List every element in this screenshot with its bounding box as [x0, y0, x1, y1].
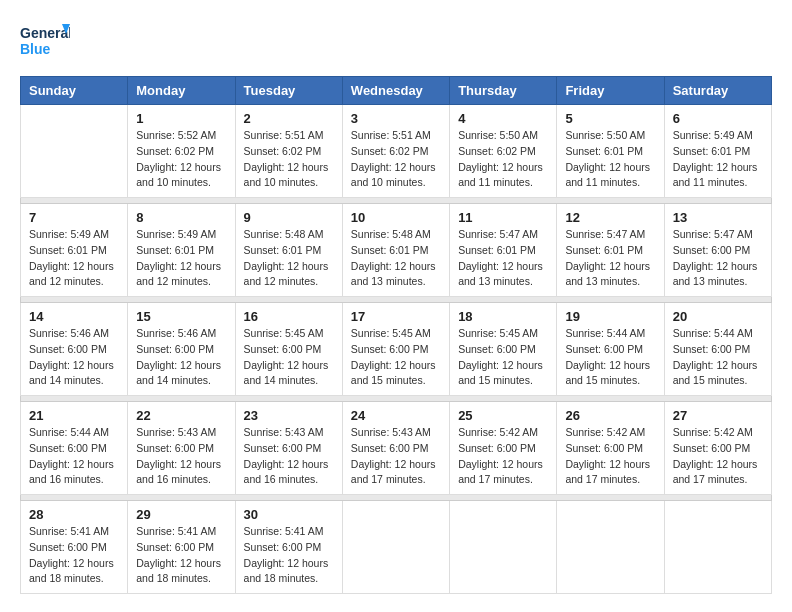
day-number: 15 [136, 309, 226, 324]
day-info: Sunrise: 5:51 AMSunset: 6:02 PMDaylight:… [244, 128, 334, 191]
col-header-sunday: Sunday [21, 77, 128, 105]
week-row-3: 14Sunrise: 5:46 AMSunset: 6:00 PMDayligh… [21, 303, 772, 396]
cell-w3-d2: 16Sunrise: 5:45 AMSunset: 6:00 PMDayligh… [235, 303, 342, 396]
day-number: 29 [136, 507, 226, 522]
day-number: 17 [351, 309, 441, 324]
logo-svg: General Blue [20, 20, 70, 66]
day-number: 2 [244, 111, 334, 126]
day-info: Sunrise: 5:51 AMSunset: 6:02 PMDaylight:… [351, 128, 441, 191]
page-header: General Blue [20, 20, 772, 66]
cell-w2-d4: 11Sunrise: 5:47 AMSunset: 6:01 PMDayligh… [450, 204, 557, 297]
cell-w3-d1: 15Sunrise: 5:46 AMSunset: 6:00 PMDayligh… [128, 303, 235, 396]
cell-w1-d6: 6Sunrise: 5:49 AMSunset: 6:01 PMDaylight… [664, 105, 771, 198]
logo: General Blue [20, 20, 70, 66]
day-info: Sunrise: 5:50 AMSunset: 6:02 PMDaylight:… [458, 128, 548, 191]
day-info: Sunrise: 5:42 AMSunset: 6:00 PMDaylight:… [565, 425, 655, 488]
cell-w2-d0: 7Sunrise: 5:49 AMSunset: 6:01 PMDaylight… [21, 204, 128, 297]
day-number: 11 [458, 210, 548, 225]
cell-w3-d4: 18Sunrise: 5:45 AMSunset: 6:00 PMDayligh… [450, 303, 557, 396]
calendar-table: SundayMondayTuesdayWednesdayThursdayFrid… [20, 76, 772, 594]
cell-w5-d5 [557, 501, 664, 594]
day-info: Sunrise: 5:41 AMSunset: 6:00 PMDaylight:… [29, 524, 119, 587]
cell-w4-d5: 26Sunrise: 5:42 AMSunset: 6:00 PMDayligh… [557, 402, 664, 495]
day-number: 7 [29, 210, 119, 225]
svg-text:General: General [20, 25, 70, 41]
day-info: Sunrise: 5:46 AMSunset: 6:00 PMDaylight:… [29, 326, 119, 389]
week-row-4: 21Sunrise: 5:44 AMSunset: 6:00 PMDayligh… [21, 402, 772, 495]
col-header-monday: Monday [128, 77, 235, 105]
calendar-header-row: SundayMondayTuesdayWednesdayThursdayFrid… [21, 77, 772, 105]
day-number: 10 [351, 210, 441, 225]
day-info: Sunrise: 5:42 AMSunset: 6:00 PMDaylight:… [673, 425, 763, 488]
day-number: 14 [29, 309, 119, 324]
week-row-2: 7Sunrise: 5:49 AMSunset: 6:01 PMDaylight… [21, 204, 772, 297]
day-info: Sunrise: 5:45 AMSunset: 6:00 PMDaylight:… [244, 326, 334, 389]
cell-w1-d3: 3Sunrise: 5:51 AMSunset: 6:02 PMDaylight… [342, 105, 449, 198]
day-info: Sunrise: 5:48 AMSunset: 6:01 PMDaylight:… [244, 227, 334, 290]
week-row-1: 1Sunrise: 5:52 AMSunset: 6:02 PMDaylight… [21, 105, 772, 198]
day-info: Sunrise: 5:43 AMSunset: 6:00 PMDaylight:… [351, 425, 441, 488]
day-info: Sunrise: 5:44 AMSunset: 6:00 PMDaylight:… [29, 425, 119, 488]
day-info: Sunrise: 5:49 AMSunset: 6:01 PMDaylight:… [136, 227, 226, 290]
svg-text:Blue: Blue [20, 41, 51, 57]
cell-w2-d5: 12Sunrise: 5:47 AMSunset: 6:01 PMDayligh… [557, 204, 664, 297]
day-number: 20 [673, 309, 763, 324]
day-number: 16 [244, 309, 334, 324]
day-number: 5 [565, 111, 655, 126]
day-info: Sunrise: 5:42 AMSunset: 6:00 PMDaylight:… [458, 425, 548, 488]
day-info: Sunrise: 5:50 AMSunset: 6:01 PMDaylight:… [565, 128, 655, 191]
cell-w1-d2: 2Sunrise: 5:51 AMSunset: 6:02 PMDaylight… [235, 105, 342, 198]
day-number: 8 [136, 210, 226, 225]
cell-w2-d2: 9Sunrise: 5:48 AMSunset: 6:01 PMDaylight… [235, 204, 342, 297]
cell-w5-d1: 29Sunrise: 5:41 AMSunset: 6:00 PMDayligh… [128, 501, 235, 594]
cell-w3-d3: 17Sunrise: 5:45 AMSunset: 6:00 PMDayligh… [342, 303, 449, 396]
cell-w5-d0: 28Sunrise: 5:41 AMSunset: 6:00 PMDayligh… [21, 501, 128, 594]
day-number: 23 [244, 408, 334, 423]
cell-w1-d4: 4Sunrise: 5:50 AMSunset: 6:02 PMDaylight… [450, 105, 557, 198]
day-info: Sunrise: 5:52 AMSunset: 6:02 PMDaylight:… [136, 128, 226, 191]
day-info: Sunrise: 5:47 AMSunset: 6:01 PMDaylight:… [458, 227, 548, 290]
col-header-saturday: Saturday [664, 77, 771, 105]
day-number: 9 [244, 210, 334, 225]
day-number: 24 [351, 408, 441, 423]
day-number: 21 [29, 408, 119, 423]
day-number: 6 [673, 111, 763, 126]
cell-w2-d3: 10Sunrise: 5:48 AMSunset: 6:01 PMDayligh… [342, 204, 449, 297]
day-number: 22 [136, 408, 226, 423]
col-header-tuesday: Tuesday [235, 77, 342, 105]
day-info: Sunrise: 5:41 AMSunset: 6:00 PMDaylight:… [244, 524, 334, 587]
day-info: Sunrise: 5:47 AMSunset: 6:00 PMDaylight:… [673, 227, 763, 290]
cell-w4-d4: 25Sunrise: 5:42 AMSunset: 6:00 PMDayligh… [450, 402, 557, 495]
cell-w2-d6: 13Sunrise: 5:47 AMSunset: 6:00 PMDayligh… [664, 204, 771, 297]
cell-w4-d6: 27Sunrise: 5:42 AMSunset: 6:00 PMDayligh… [664, 402, 771, 495]
day-info: Sunrise: 5:44 AMSunset: 6:00 PMDaylight:… [565, 326, 655, 389]
day-number: 27 [673, 408, 763, 423]
week-row-5: 28Sunrise: 5:41 AMSunset: 6:00 PMDayligh… [21, 501, 772, 594]
day-number: 28 [29, 507, 119, 522]
cell-w5-d2: 30Sunrise: 5:41 AMSunset: 6:00 PMDayligh… [235, 501, 342, 594]
cell-w3-d0: 14Sunrise: 5:46 AMSunset: 6:00 PMDayligh… [21, 303, 128, 396]
cell-w1-d0 [21, 105, 128, 198]
day-number: 25 [458, 408, 548, 423]
day-number: 30 [244, 507, 334, 522]
cell-w5-d4 [450, 501, 557, 594]
col-header-wednesday: Wednesday [342, 77, 449, 105]
day-number: 4 [458, 111, 548, 126]
day-number: 19 [565, 309, 655, 324]
day-info: Sunrise: 5:49 AMSunset: 6:01 PMDaylight:… [29, 227, 119, 290]
day-info: Sunrise: 5:47 AMSunset: 6:01 PMDaylight:… [565, 227, 655, 290]
col-header-thursday: Thursday [450, 77, 557, 105]
cell-w5-d3 [342, 501, 449, 594]
day-number: 18 [458, 309, 548, 324]
day-number: 1 [136, 111, 226, 126]
cell-w3-d5: 19Sunrise: 5:44 AMSunset: 6:00 PMDayligh… [557, 303, 664, 396]
cell-w4-d2: 23Sunrise: 5:43 AMSunset: 6:00 PMDayligh… [235, 402, 342, 495]
day-info: Sunrise: 5:41 AMSunset: 6:00 PMDaylight:… [136, 524, 226, 587]
day-number: 26 [565, 408, 655, 423]
day-info: Sunrise: 5:49 AMSunset: 6:01 PMDaylight:… [673, 128, 763, 191]
day-info: Sunrise: 5:44 AMSunset: 6:00 PMDaylight:… [673, 326, 763, 389]
day-info: Sunrise: 5:45 AMSunset: 6:00 PMDaylight:… [351, 326, 441, 389]
cell-w1-d1: 1Sunrise: 5:52 AMSunset: 6:02 PMDaylight… [128, 105, 235, 198]
day-number: 13 [673, 210, 763, 225]
day-info: Sunrise: 5:48 AMSunset: 6:01 PMDaylight:… [351, 227, 441, 290]
